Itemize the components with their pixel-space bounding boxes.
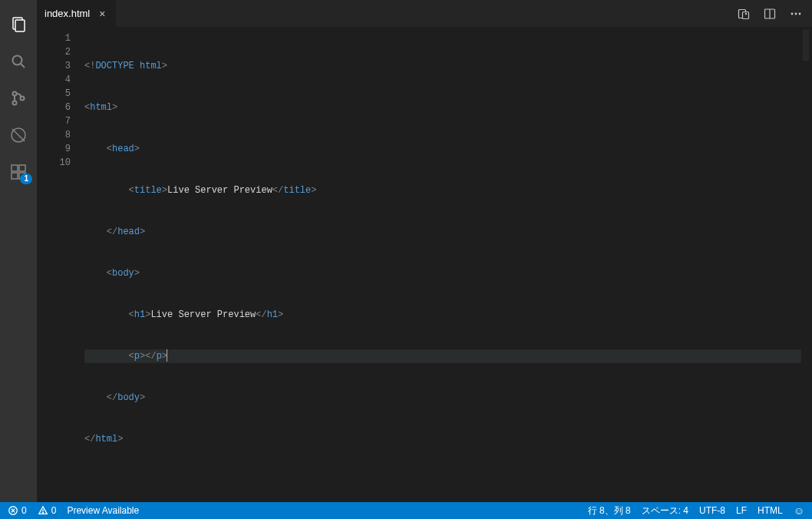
open-preview-icon[interactable] (735, 5, 752, 22)
svg-rect-10 (19, 165, 25, 171)
feedback-icon[interactable]: ☺ (794, 504, 804, 517)
code-editor[interactable]: 1 2 3 4 5 6 7 8 9 10 <!DOCTYPE html> <ht… (37, 27, 812, 502)
line-number: 4 (37, 73, 71, 87)
explorer-icon[interactable] (0, 6, 37, 43)
editor-area: index.html × 1 2 3 4 5 6 7 8 9 10 (37, 0, 812, 502)
status-bar: 0 0 Preview Available 行 8、列 8 スペース: 4 UT… (0, 502, 812, 519)
status-preview-available[interactable]: Preview Available (67, 505, 139, 516)
code-line[interactable]: <!DOCTYPE html> (84, 59, 801, 73)
split-editor-icon[interactable] (761, 5, 778, 22)
status-encoding[interactable]: UTF-8 (699, 505, 725, 516)
status-warnings[interactable]: 0 (38, 505, 57, 516)
svg-point-6 (21, 97, 25, 101)
svg-rect-14 (743, 12, 749, 18)
code-line-current[interactable]: <p></p> (84, 349, 801, 363)
svg-point-15 (745, 12, 747, 14)
code-line[interactable]: </body> (84, 391, 801, 405)
extensions-badge: 1 (20, 174, 32, 184)
code-line[interactable]: <html> (84, 101, 801, 114)
code-line[interactable]: <body> (84, 266, 801, 280)
svg-rect-11 (12, 173, 18, 179)
svg-rect-9 (12, 165, 18, 171)
svg-rect-1 (15, 20, 25, 31)
debug-icon[interactable] (0, 117, 37, 154)
tab-label: index.html (45, 8, 90, 19)
source-control-icon[interactable] (0, 80, 37, 117)
close-icon[interactable]: × (96, 8, 108, 20)
line-number: 8 (37, 128, 71, 142)
code-line[interactable]: </html> (84, 432, 801, 446)
tab-index-html[interactable]: index.html × (37, 0, 116, 27)
line-number: 5 (37, 87, 71, 101)
svg-point-19 (795, 12, 797, 15)
activity-bar: 1 (0, 0, 37, 502)
line-number: 7 (37, 114, 71, 128)
error-icon (8, 505, 18, 516)
status-eol[interactable]: LF (736, 505, 747, 516)
line-number: 6 (37, 101, 71, 114)
editor-actions (735, 0, 812, 27)
svg-point-2 (13, 56, 22, 65)
code-line[interactable]: <title>Live Server Preview</title> (84, 183, 801, 197)
line-number: 9 (37, 142, 71, 156)
svg-line-3 (21, 64, 25, 68)
svg-point-5 (13, 101, 17, 105)
code-content[interactable]: <!DOCTYPE html> <html> <head> <title>Liv… (84, 27, 801, 502)
errors-count: 0 (21, 505, 27, 516)
status-language[interactable]: HTML (758, 505, 783, 516)
line-number: 1 (37, 31, 71, 45)
code-line[interactable]: <h1>Live Server Preview</h1> (84, 308, 801, 322)
status-cursor-position[interactable]: 行 8、列 8 (588, 504, 631, 517)
text-cursor (167, 349, 167, 362)
search-icon[interactable] (0, 43, 37, 80)
minimap[interactable] (801, 27, 812, 502)
status-errors[interactable]: 0 (8, 505, 27, 516)
svg-line-8 (12, 129, 25, 141)
code-line[interactable]: <head> (84, 142, 801, 156)
status-indent[interactable]: スペース: 4 (642, 504, 688, 517)
extensions-icon[interactable]: 1 (0, 154, 37, 190)
svg-point-20 (799, 12, 801, 15)
line-number-gutter: 1 2 3 4 5 6 7 8 9 10 (37, 27, 84, 502)
line-number: 10 (37, 156, 71, 170)
svg-point-4 (13, 92, 17, 96)
svg-point-25 (42, 512, 43, 513)
warnings-count: 0 (51, 505, 57, 516)
line-number: 3 (37, 59, 71, 73)
more-actions-icon[interactable] (787, 5, 804, 22)
tab-bar: index.html × (37, 0, 812, 27)
svg-point-18 (791, 12, 794, 15)
code-line[interactable]: </head> (84, 225, 801, 239)
warning-icon (38, 505, 48, 516)
line-number: 2 (37, 45, 71, 59)
